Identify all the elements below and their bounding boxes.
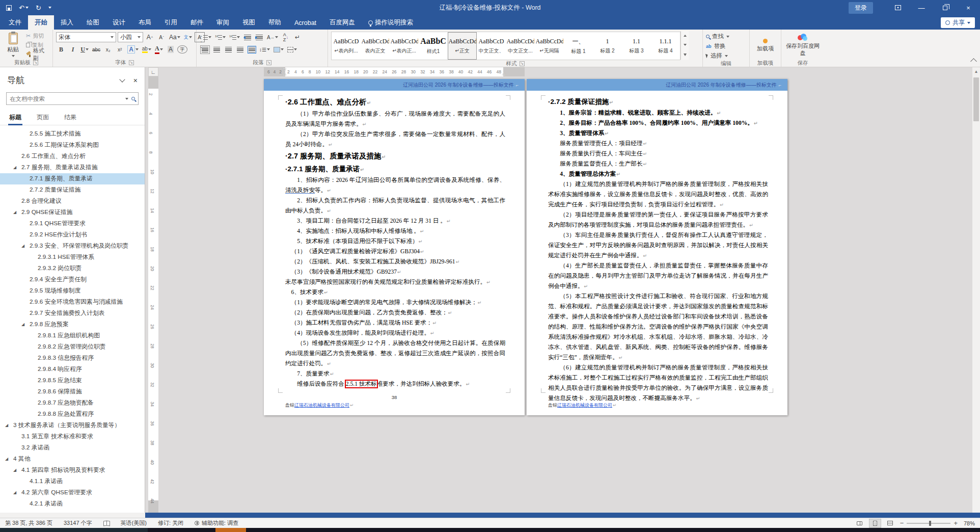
paragraph-dialog-launcher[interactable]: ↘ <box>266 60 271 65</box>
print-layout-button[interactable] <box>869 519 881 527</box>
collapse-ribbon-button[interactable] <box>970 58 977 65</box>
nav-item[interactable]: 2.9.2 HSE作业计划书 <box>0 229 145 241</box>
expand-triangle-icon[interactable]: ◢ <box>5 457 8 461</box>
increase-indent-button[interactable] <box>254 32 264 42</box>
bold-button[interactable]: B <box>56 44 66 55</box>
track-changes-status[interactable]: 修订: 关闭 <box>158 519 183 527</box>
doc-paragraph[interactable]: 1、服务宗旨：精益求精、锐意进取、顾客至上、持续改进。↵ <box>548 108 768 118</box>
sort-button[interactable]: AZ↓ <box>281 32 291 42</box>
nav-item[interactable]: 2.9.8.5 应急结束 <box>0 375 145 386</box>
expand-triangle-icon[interactable]: ◢ <box>5 423 8 428</box>
search-input[interactable] <box>10 96 122 102</box>
doc-paragraph[interactable]: 3、项目工期：自合同签订之日起至 2026 年 12 月 31 日 。↵ <box>285 216 505 226</box>
expand-triangle-icon[interactable]: ◢ <box>13 165 16 170</box>
tab-审阅[interactable]: 审阅 <box>210 15 236 30</box>
accessibility-status[interactable]: 辅助功能: 调查 <box>195 519 238 527</box>
align-right-button[interactable] <box>223 44 233 55</box>
doc-paragraph[interactable]: （1）甲方单位作业队伍数量多、分布广，现场服务难度大，需要配备充足的人员及车辆满… <box>285 109 505 129</box>
zoom-slider-thumb[interactable] <box>929 521 931 526</box>
scrollbar-thumb[interactable] <box>973 77 979 121</box>
nav-item[interactable]: 2.9.8.4 响应程序 <box>0 364 145 375</box>
nav-item[interactable]: ◢2.9.8 应急预案 <box>0 319 145 330</box>
minimize-button[interactable]: — <box>910 0 933 15</box>
addins-button[interactable]: 加载项 <box>753 31 778 60</box>
nav-item[interactable]: 2.9.5 现场维修制度 <box>0 285 145 297</box>
zoom-percentage[interactable]: 78% <box>961 520 975 526</box>
nav-item[interactable]: 2.5.5 施工技术措施 <box>0 128 145 140</box>
zoom-out-button[interactable]: − <box>900 520 904 526</box>
vertical-ruler[interactable]: 2468101214161820222426283032343638404244 <box>148 76 158 513</box>
redo-button[interactable]: ↻ <box>36 4 41 12</box>
undo-button[interactable]: ↶ <box>19 4 29 12</box>
gallery-down-icon[interactable] <box>684 44 687 46</box>
tab-开始[interactable]: 开始 <box>28 15 54 30</box>
restore-button[interactable] <box>933 0 957 15</box>
gallery-up-icon[interactable] <box>684 35 687 37</box>
close-button[interactable]: × <box>957 0 980 15</box>
tab-文件[interactable]: 文件 <box>2 15 28 30</box>
nav-close-icon[interactable]: × <box>133 76 138 85</box>
bullets-button[interactable] <box>200 32 212 42</box>
ribbon-display-options-button[interactable] <box>886 0 910 15</box>
text-effects-button[interactable]: A <box>126 44 140 55</box>
align-center-button[interactable] <box>211 44 222 55</box>
asian-layout-button[interactable]: A↔ <box>266 32 279 42</box>
nav-item[interactable]: 2.9.7 安全措施费投入计划表 <box>0 308 145 319</box>
style-item-4[interactable]: 1.1.1标题 4 <box>651 32 680 60</box>
doc-paragraph[interactable]: 4、质量管理总体方案↵ <box>548 169 768 179</box>
style-item-1[interactable]: AaBbC样式1 <box>419 32 448 60</box>
highlight-button[interactable]: ab <box>141 44 152 55</box>
tab-绘图[interactable]: 绘图 <box>80 15 106 30</box>
share-button[interactable]: 共享 <box>941 17 975 28</box>
page-indicator[interactable]: 第 38 页, 共 386 页 <box>5 519 52 527</box>
style-item-3[interactable]: 1.1标题 3 <box>622 32 651 60</box>
multilevel-list-button[interactable] <box>228 32 241 42</box>
page1-content[interactable]: ·2.6 工作重点、难点分析↵（1）甲方单位作业队伍数量多、分布广，现场服务难度… <box>264 91 525 389</box>
nav-item[interactable]: 2.9.8.7 应急物资配备 <box>0 397 145 409</box>
doc-paragraph[interactable]: 维修后设备应符合 2.5.1 技术标准要求，并达到招标人验收要求。↵ <box>285 379 505 389</box>
doc-paragraph[interactable]: （3）车间主任是服务质量执行责任人，督促所有操作工人认真遵守管理规定，保证安全生… <box>548 230 768 261</box>
doc-paragraph[interactable]: （2）《压缩机、风机、泵安装工程施工及验收规范》JBJ29-961↵ <box>285 257 505 267</box>
doc-paragraph[interactable]: （1）要求能现场诊断空调的常见电气故障，非大修情况现场维修解决；↵ <box>285 298 505 308</box>
nav-item[interactable]: 2.7.1 服务期、质量承诺 <box>0 173 145 184</box>
line-spacing-button[interactable]: ↕☰ <box>258 44 271 55</box>
doc-paragraph[interactable]: （5）维修配件质保期至少 12 个月，从验收合格交付使用之日起计算。在质保期内出… <box>285 338 505 369</box>
doc-paragraph[interactable]: 2、招标人负责的工作内容：招标人负责现场监督、提供现场水电气，其他工作由中标人负… <box>285 196 505 216</box>
nav-item[interactable]: ◢4 其他 <box>0 454 145 465</box>
font-color-button[interactable]: A <box>154 44 164 55</box>
horizontal-scroll-strip[interactable] <box>0 513 980 518</box>
tab-操作说明搜索[interactable]: 操作说明搜索 <box>362 15 420 30</box>
nav-item[interactable]: ◢2.7 服务期、质量承诺及措施 <box>0 162 145 173</box>
justify-button[interactable] <box>235 44 245 55</box>
style-item-[interactable]: AaBbCcDdE↵无间隔 <box>535 32 564 60</box>
language-status[interactable]: 英语(美国) <box>121 519 147 527</box>
nav-item[interactable]: 4.1.1 承诺函 <box>0 476 145 487</box>
find-button[interactable]: 查找 <box>706 32 729 41</box>
nav-item[interactable]: 2.5.6 工期保证体系架构图 <box>0 140 145 151</box>
tab-帮助[interactable]: 帮助 <box>262 15 288 30</box>
doc-paragraph[interactable]: （5）本工程严格按照设计文件进行施工和验收、符合现行国家、行业和地方规范、标准和… <box>548 291 768 363</box>
paste-button[interactable]: 粘贴 <box>3 31 23 59</box>
expand-triangle-icon[interactable]: ◢ <box>13 490 16 495</box>
style-item-1[interactable]: 一、标题 1 <box>564 32 593 60</box>
customize-qat-button[interactable] <box>48 7 51 9</box>
grow-font-button[interactable]: A^ <box>145 32 155 42</box>
nav-item[interactable]: 2.9.8.1 应急组织机构图 <box>0 330 145 341</box>
doc-paragraph[interactable]: （3）《制冷设备通用技术规范》GB9237↵ <box>285 267 505 277</box>
doc-paragraph[interactable]: 7、质量要求↵ <box>285 369 505 379</box>
doc-paragraph[interactable]: （4）生产部长是质量监督责任人，承担质量监督责任，掌握整体服务质量中存在的问题及… <box>548 261 768 291</box>
nav-item[interactable]: 2.9.1 QHSE管理要求 <box>0 218 145 229</box>
underline-button[interactable]: U <box>79 44 90 55</box>
save-to-baidu-button[interactable]: 保存到百度网盘 <box>784 31 821 60</box>
tab-引用[interactable]: 引用 <box>158 15 184 30</box>
footer-company-link[interactable]: 辽瑞石油机械设备有限公司 <box>557 403 612 408</box>
nav-item[interactable]: 2.9.4 安全生产责任制 <box>0 274 145 285</box>
nav-item[interactable]: 2.9.3.1 HSE管理体系 <box>0 252 145 263</box>
nav-item[interactable]: 2.9.8.3 信息报告程序 <box>0 353 145 364</box>
phonetic-guide-button[interactable]: 文 <box>183 32 193 42</box>
expand-triangle-icon[interactable]: ◢ <box>21 322 24 327</box>
nav-item[interactable]: 4.2.1 承诺函 <box>0 498 145 510</box>
doc-paragraph[interactable]: 服务质量管理责任人：项目经理↵ <box>548 139 768 149</box>
nav-item[interactable]: 2.9.8.6 保障措施 <box>0 386 145 397</box>
change-case-button[interactable]: Aa <box>168 32 181 42</box>
